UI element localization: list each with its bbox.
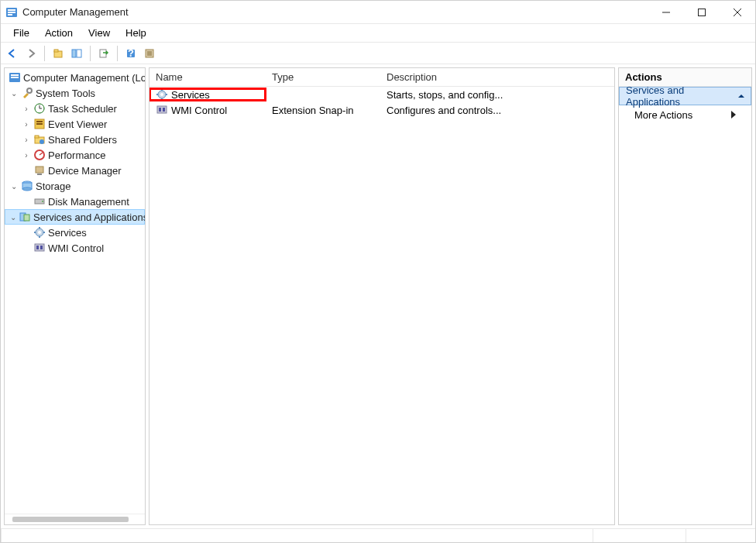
svg-rect-3 (8, 14, 12, 15)
tree-disk-management[interactable]: Disk Management (5, 194, 145, 209)
tree-wmi-control[interactable]: WMI Control (5, 240, 145, 256)
help-button[interactable]: ? (122, 45, 139, 62)
actions-more[interactable]: More Actions (619, 105, 751, 124)
minimize-button[interactable] (648, 1, 684, 24)
tree-label: Task Scheduler (48, 103, 117, 115)
tree-device-manager[interactable]: Device Manager (5, 163, 145, 178)
tree-services-apps[interactable]: ⌄ Services and Applications (5, 209, 145, 225)
svg-point-45 (38, 231, 41, 234)
expand-icon[interactable]: › (22, 120, 31, 129)
tree-label: Storage (36, 180, 71, 192)
actions-panel: Actions Services and Applications More A… (618, 67, 752, 525)
svg-rect-11 (77, 50, 81, 57)
app-icon (5, 6, 18, 19)
titlebar: Computer Management (1, 1, 755, 24)
svg-rect-48 (40, 246, 43, 249)
svg-rect-12 (100, 50, 106, 57)
list-row-services[interactable]: Services Starts, stops, and config... (149, 87, 614, 102)
tree-label: Disk Management (48, 196, 129, 208)
collapse-icon[interactable]: ⌄ (10, 213, 16, 222)
services-apps-icon (19, 211, 31, 223)
tree-label: Device Manager (48, 165, 122, 177)
tree-storage[interactable]: ⌄ Storage (5, 178, 145, 194)
forward-button[interactable] (22, 45, 40, 62)
menubar: File Action View Help (1, 24, 755, 43)
svg-point-32 (40, 139, 44, 144)
svg-rect-9 (54, 50, 58, 52)
expand-icon[interactable]: › (22, 151, 31, 160)
tree: Computer Management (Local) ⌄ System Too… (5, 68, 145, 514)
statusbar (1, 528, 755, 542)
svg-rect-43 (24, 215, 29, 221)
back-button[interactable] (4, 45, 21, 62)
expand-icon[interactable]: › (22, 136, 31, 144)
toolbar-separator (90, 46, 91, 61)
collapse-up-icon (738, 93, 744, 99)
export-button[interactable] (95, 45, 112, 62)
gear-icon (156, 88, 168, 101)
svg-rect-10 (72, 50, 76, 57)
tree-root[interactable]: Computer Management (Local) (5, 70, 145, 85)
actions-section[interactable]: Services and Applications (619, 87, 751, 105)
menu-help[interactable]: Help (118, 26, 154, 40)
tree-event-viewer[interactable]: › Event Viewer (5, 116, 145, 132)
performance-icon (33, 149, 46, 161)
menu-action[interactable]: Action (37, 26, 81, 40)
toolbar-separator (117, 46, 118, 61)
computer-management-icon (9, 71, 21, 84)
svg-point-41 (42, 201, 43, 202)
cell-name: Services (171, 89, 210, 101)
maximize-button[interactable] (684, 1, 720, 24)
svg-rect-20 (11, 74, 19, 76)
svg-rect-47 (36, 246, 39, 249)
client-area: Computer Management (Local) ⌄ System Too… (1, 64, 755, 528)
show-hide-tree-button[interactable] (68, 45, 85, 62)
tree-label: WMI Control (48, 242, 104, 254)
svg-rect-28 (36, 121, 43, 122)
status-segment (1, 529, 593, 542)
svg-rect-5 (699, 9, 706, 15)
list-header: Name Type Description (149, 68, 614, 87)
up-button[interactable] (50, 45, 67, 62)
tree-label: Performance (48, 149, 105, 161)
hscrollbar[interactable] (5, 514, 145, 524)
svg-rect-1 (8, 9, 15, 11)
list-row-wmi[interactable]: WMI Control Extension Snap-in Configures… (149, 102, 614, 118)
menu-file[interactable]: File (5, 26, 37, 40)
tree-shared-folders[interactable]: › Shared Folders (5, 132, 145, 147)
tree-label: System Tools (36, 88, 95, 99)
tools-icon (21, 87, 33, 99)
svg-rect-29 (36, 123, 43, 125)
collapse-icon[interactable]: ⌄ (9, 89, 19, 98)
disk-icon (33, 195, 46, 208)
status-segment (686, 529, 755, 542)
column-type[interactable]: Type (266, 68, 380, 86)
tree-services[interactable]: Services (5, 225, 145, 240)
tree-task-scheduler[interactable]: › Task Scheduler (5, 101, 145, 116)
device-manager-icon (33, 164, 46, 177)
column-name[interactable]: Name (149, 68, 266, 86)
svg-text:?: ? (128, 48, 134, 59)
column-description[interactable]: Description (380, 68, 614, 86)
tree-performance[interactable]: › Performance (5, 147, 145, 163)
shared-folder-icon (33, 133, 46, 146)
collapse-icon[interactable]: ⌄ (9, 182, 19, 191)
toolbar-separator (44, 46, 45, 61)
cell-description: Configures and controls... (387, 105, 501, 116)
scroll-thumb[interactable] (12, 517, 129, 522)
actions-more-label: More Actions (634, 109, 692, 121)
tree-label: Event Viewer (48, 119, 107, 130)
wmi-icon (156, 104, 168, 116)
properties-button[interactable] (141, 45, 158, 62)
gear-icon (33, 226, 46, 239)
list-body: Services Starts, stops, and config... WM… (149, 87, 614, 524)
tree-system-tools[interactable]: ⌄ System Tools (5, 85, 145, 101)
menu-view[interactable]: View (81, 26, 118, 40)
close-button[interactable] (720, 1, 755, 24)
expand-icon[interactable]: › (22, 105, 31, 113)
cell-description: Starts, stops, and config... (387, 89, 503, 101)
svg-rect-2 (8, 12, 15, 13)
tree-label: Shared Folders (48, 134, 117, 146)
svg-rect-52 (159, 108, 161, 112)
window: Computer Management File Action View Hel… (0, 0, 756, 543)
